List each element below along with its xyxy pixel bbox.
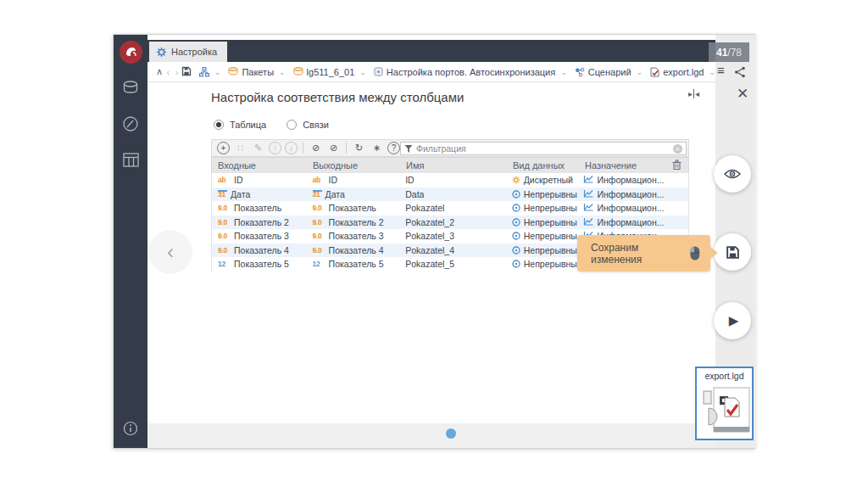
edit-button[interactable]: ✎ — [251, 142, 265, 154]
slide-indicator-dot[interactable] — [446, 428, 456, 439]
sidebar-item-packages[interactable] — [122, 81, 139, 98]
collapse-right-icon: ◂ — [695, 89, 699, 98]
sidebar-item-tables[interactable] — [123, 153, 139, 171]
collapse-left-icon: ▸ — [688, 89, 693, 98]
app-sidebar — [114, 35, 147, 448]
column-name-label: Pokazatel_4 — [405, 245, 454, 255]
coachmark-tooltip: Сохраним изменения — [577, 235, 710, 271]
radio-table[interactable]: Таблица — [214, 120, 266, 130]
column-type-icon: 31 — [218, 190, 227, 198]
logo-mark-icon — [123, 44, 139, 60]
screenshot-canvas: Настройка ∧ ‹ › — [0, 0, 868, 487]
view-mode-radios: Таблица Связи — [214, 120, 329, 130]
output-column-label: Показатель 2 — [329, 217, 384, 227]
breadcrumb-label: Пакеты — [242, 67, 274, 77]
toolbar-separator — [346, 143, 347, 154]
export-node-thumbnail[interactable]: export.lgd — [695, 367, 754, 440]
col-header-inputs[interactable]: Входные — [212, 160, 307, 171]
page-current: 41 — [716, 47, 727, 59]
data-kind-label: Непрерывный — [524, 245, 578, 255]
radio-label: Таблица — [230, 120, 266, 130]
column-type-icon: ab — [313, 176, 326, 184]
purpose-label: Информацион... — [597, 175, 664, 185]
filter-input[interactable] — [416, 143, 670, 154]
loginom-logo[interactable] — [120, 41, 142, 64]
add-button[interactable]: + — [217, 142, 230, 154]
purpose-label: Информацион... — [597, 189, 664, 199]
radio-dot — [287, 120, 297, 130]
scenario-icon — [575, 67, 585, 77]
table-row[interactable]: 9.0 Показатель 9.0 Показатель Pokazatel … — [212, 201, 688, 216]
column-name-label: Data — [405, 189, 424, 199]
sidebar-item-dashboards[interactable] — [122, 115, 139, 136]
move-up-button[interactable]: ↑ — [269, 142, 281, 154]
refresh-button[interactable]: ↻ — [352, 142, 366, 154]
delete-column-button[interactable] — [672, 160, 688, 171]
link-button[interactable]: ⊘ — [309, 142, 323, 154]
breadcrumb: ∧ ‹ › ⌄ — [147, 62, 715, 82]
export-node-icon — [650, 67, 659, 77]
data-kind-label: Непрерывный — [524, 231, 578, 241]
radio-links[interactable]: Связи — [287, 120, 329, 130]
continuous-icon — [512, 246, 520, 255]
help-button[interactable]: ? — [387, 142, 400, 154]
package-icon — [122, 81, 139, 95]
run-button[interactable]: ▶ — [714, 302, 751, 339]
chart-icon — [583, 176, 593, 184]
table-row[interactable]: 31 Дата 31 Дата Data Непрерывный — [212, 188, 688, 202]
column-name-label: ID — [405, 175, 415, 185]
tab-settings[interactable]: Настройка — [149, 42, 227, 62]
collapse-panel-button[interactable]: ▸ ◂ — [688, 89, 699, 98]
input-column-label: Дата — [231, 189, 250, 199]
breadcrumb-item-packages[interactable]: Пакеты ⌄ — [228, 67, 285, 77]
col-header-purpose[interactable]: Назначение — [579, 160, 668, 171]
sidebar-item-info[interactable] — [123, 421, 138, 439]
data-kind-label: Непрерывный — [524, 189, 578, 199]
continuous-icon — [512, 218, 520, 227]
breadcrumb-item-scenario[interactable]: Сценарий ⌄ — [575, 67, 643, 77]
column-type-icon: 9.0 — [218, 232, 231, 240]
nav-up-button[interactable]: ∧ — [155, 66, 164, 77]
funnel-icon — [404, 144, 413, 154]
col-header-kind[interactable]: Вид данных — [507, 160, 579, 171]
nav-forward-button[interactable]: › — [173, 67, 181, 77]
column-type-icon: ab — [218, 176, 231, 184]
breadcrumb-item-export-node[interactable]: export.lgd ⌄ — [650, 67, 715, 77]
nav-back-button[interactable]: ‹ — [164, 67, 172, 77]
tab-label: Настройка — [171, 47, 217, 57]
breadcrumb-item-package-file[interactable]: lg511_6_01 ⌄ — [293, 67, 366, 77]
thumbnail-label: export.lgd — [697, 371, 752, 381]
previous-slide-button[interactable]: ‹ — [148, 230, 192, 274]
viewer-share-button[interactable] — [734, 66, 746, 81]
save-button[interactable] — [181, 66, 192, 78]
table-icon — [123, 153, 139, 167]
viewer-menu-button[interactable]: ≡ — [717, 63, 725, 77]
close-viewer-button[interactable]: ✕ — [737, 85, 748, 103]
column-name-label: Pokazatel_5 — [405, 259, 454, 269]
table-header: Входные Выходные Имя Вид данных Назначен… — [211, 157, 689, 173]
chevron-down-icon: ⌄ — [709, 68, 715, 76]
column-type-icon: 9.0 — [218, 204, 231, 212]
purpose-label: Информацион... — [597, 217, 664, 227]
share-icon — [734, 66, 746, 78]
toolbar-separator — [303, 143, 303, 154]
filter-box: ✕ — [400, 142, 687, 155]
breadcrumb-root[interactable]: ⌄ — [199, 67, 221, 77]
column-name-label: Pokazatel — [405, 203, 444, 213]
discrete-icon — [512, 176, 520, 184]
floppy-icon — [181, 66, 192, 76]
move-down-button[interactable]: ↓ — [285, 142, 298, 154]
columns-button[interactable]: ∷ — [233, 142, 248, 154]
column-type-icon: 9.0 — [218, 246, 231, 255]
col-header-outputs[interactable]: Выходные — [307, 160, 400, 171]
auto-link-button[interactable]: ∗ — [370, 142, 384, 154]
preview-button[interactable] — [714, 155, 751, 193]
col-header-name[interactable]: Имя — [400, 160, 507, 171]
save-changes-button[interactable] — [714, 233, 751, 271]
clear-filter-icon[interactable]: ✕ — [673, 144, 682, 154]
breadcrumb-item-node[interactable]: Настройка портов. Автосинхронизация ⌄ — [374, 67, 567, 77]
table-row[interactable]: ab ID ab ID ID Дискретный — [212, 173, 688, 188]
table-row[interactable]: 9.0 Показатель 2 9.0 Показатель 2 Pokaza… — [212, 216, 688, 230]
unlink-button[interactable]: ⊘ — [326, 142, 341, 154]
tab-bar: Настройка — [147, 40, 715, 62]
